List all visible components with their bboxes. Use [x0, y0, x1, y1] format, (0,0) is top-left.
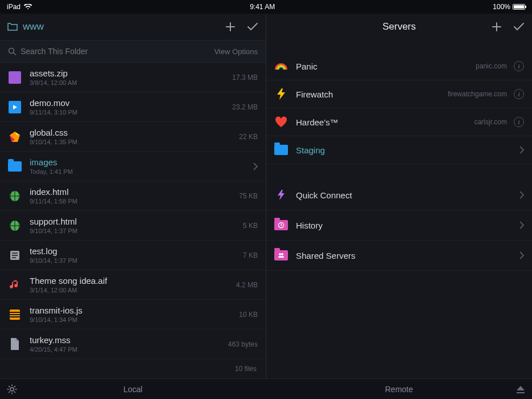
chevron-right-icon — [519, 191, 524, 199]
file-size: 7 KB — [243, 251, 258, 259]
file-row[interactable]: index.html9/11/14, 1:58 PM75 KB — [0, 181, 266, 211]
server-name: Panic — [296, 62, 476, 71]
file-meta: 9/10/14, 1:34 PM — [30, 316, 239, 323]
confirm-button[interactable] — [246, 21, 259, 32]
html-icon — [8, 189, 22, 203]
servers-title: Servers — [307, 21, 491, 32]
search-input[interactable] — [21, 47, 214, 56]
chevron-right-icon — [253, 162, 258, 170]
info-icon[interactable]: i — [514, 61, 524, 71]
file-row[interactable]: support.html9/10/14, 1:37 PM5 KB — [0, 211, 266, 241]
file-list: assets.zip3/8/14, 12:00 AM17.3 MBdemo.mo… — [0, 63, 266, 378]
svg-point-0 — [9, 48, 14, 54]
chevron-right-icon — [519, 251, 524, 259]
file-row[interactable]: test.log9/10/14, 1:37 PM7 KB — [0, 241, 266, 270]
file-size: 463 bytes — [228, 340, 258, 348]
bottom-bar: Local Remote — [0, 378, 532, 399]
heart-icon — [274, 115, 288, 129]
file-name: assets.zip — [30, 68, 232, 78]
file-row[interactable]: Theme song idea.aif3/1/14, 12:00 AM4.2 M… — [0, 270, 266, 300]
add-server-button[interactable] — [491, 21, 502, 32]
server-name: Hardee's™ — [296, 117, 474, 127]
device-label: iPad — [7, 3, 21, 11]
utility-label: History — [296, 221, 519, 230]
server-row[interactable]: Firewatchfirewatchgame.comi — [266, 80, 532, 108]
file-name: transmit-ios.js — [30, 306, 239, 315]
servers-topbar: Servers — [266, 14, 532, 40]
clock: 9:41 AM — [32, 3, 493, 11]
breadcrumb[interactable]: www — [7, 21, 225, 32]
rainbow-icon — [274, 59, 288, 73]
file-meta: 9/11/14, 3:10 PM — [30, 109, 232, 116]
server-row[interactable]: Hardee's™carlsjr.comi — [266, 108, 532, 136]
file-count-summary: 10 files — [0, 359, 266, 378]
file-size: 17.3 MB — [232, 74, 258, 82]
file-size: 75 KB — [239, 192, 258, 200]
history-icon — [274, 218, 288, 232]
search-bar: View Options — [0, 40, 266, 63]
file-size: 4.2 MB — [236, 281, 258, 289]
file-name: index.html — [30, 187, 239, 197]
file-row[interactable]: demo.mov9/11/14, 3:10 PM23.2 MB — [0, 92, 266, 122]
server-name: Staging — [296, 145, 519, 155]
server-host: carlsjr.com — [474, 118, 507, 126]
settings-icon[interactable] — [7, 384, 17, 394]
file-row[interactable]: imagesToday, 1:41 PM — [0, 152, 266, 181]
file-name: support.html — [30, 217, 243, 226]
file-icon — [8, 337, 22, 351]
css-icon — [8, 130, 22, 144]
file-name: Theme song idea.aif — [30, 276, 236, 286]
file-row[interactable]: assets.zip3/8/14, 12:00 AM17.3 MB — [0, 63, 266, 92]
chevron-right-icon — [519, 146, 524, 154]
info-icon[interactable]: i — [514, 89, 524, 99]
battery-pct: 100% — [493, 3, 510, 11]
folder-icon — [8, 160, 22, 173]
battery-icon — [513, 4, 525, 10]
file-meta: 4/20/15, 4:47 PM — [30, 346, 228, 353]
info-icon[interactable]: i — [514, 117, 524, 127]
bolt-small-icon — [274, 188, 288, 202]
bottom-local-label: Local — [124, 385, 143, 394]
file-row[interactable]: global.css9/10/14, 1:35 PM22 KB — [0, 122, 266, 152]
bottom-local[interactable]: Local — [0, 379, 266, 399]
utility-label: Shared Servers — [296, 251, 519, 260]
add-button[interactable] — [225, 21, 236, 32]
file-size: 22 KB — [239, 133, 258, 141]
breadcrumb-title: www — [23, 21, 44, 32]
html-icon — [8, 219, 22, 233]
file-meta: Today, 1:41 PM — [30, 168, 253, 175]
js-icon — [8, 308, 22, 321]
utility-row[interactable]: Shared Servers — [266, 241, 532, 271]
file-meta: 3/8/14, 12:00 AM — [30, 79, 232, 86]
file-size: 10 KB — [239, 311, 258, 319]
file-row[interactable]: transmit-ios.js9/10/14, 1:34 PM10 KB — [0, 300, 266, 329]
server-row[interactable]: Staging — [266, 136, 532, 164]
shared-icon — [274, 249, 288, 262]
movie-icon — [8, 100, 22, 114]
folder-icon — [274, 143, 288, 157]
server-host: panic.com — [476, 62, 507, 70]
wifi-icon — [24, 4, 32, 10]
eject-icon[interactable] — [516, 385, 525, 393]
bottom-remote[interactable]: Remote — [266, 379, 533, 399]
file-meta: 9/10/14, 1:37 PM — [30, 227, 243, 234]
view-options-button[interactable]: View Options — [214, 47, 258, 56]
chevron-right-icon — [519, 221, 524, 229]
folder-glyph-icon — [7, 22, 18, 31]
utility-row[interactable]: History — [266, 210, 532, 241]
status-bar: iPad 9:41 AM 100% — [0, 0, 532, 14]
server-row[interactable]: Panicpanic.comi — [266, 52, 532, 80]
local-pane: www View Options assets.zip3/8/14, 12:00… — [0, 14, 266, 378]
audio-icon — [8, 278, 22, 292]
file-meta: 9/10/14, 1:35 PM — [30, 139, 239, 145]
utility-row[interactable]: Quick Connect — [266, 180, 532, 210]
server-list: Panicpanic.comiFirewatchfirewatchgame.co… — [266, 40, 532, 378]
zip-icon — [8, 71, 22, 84]
server-host: firewatchgame.com — [448, 90, 507, 98]
file-size: 5 KB — [243, 222, 258, 230]
file-meta: 9/10/14, 1:37 PM — [30, 257, 243, 264]
file-meta: 9/11/14, 1:58 PM — [30, 198, 239, 205]
confirm-server-button[interactable] — [513, 21, 525, 32]
file-size: 23.2 MB — [232, 103, 258, 111]
file-row[interactable]: turkey.mss4/20/15, 4:47 PM463 bytes — [0, 329, 266, 359]
